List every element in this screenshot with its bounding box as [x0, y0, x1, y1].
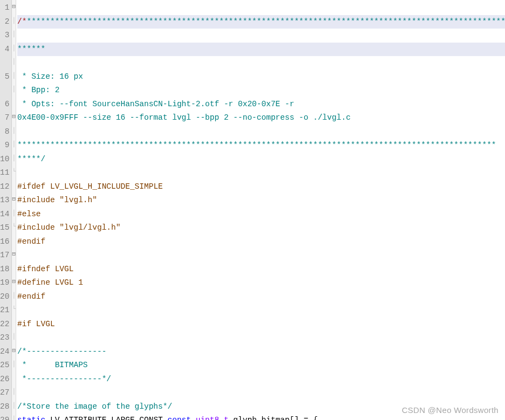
code-line: * BITMAPS — [17, 361, 88, 369]
fold-column: ⊟ │ │ │ │ │ │ ⊟ │ │ │ └ ⊟ │ └ ⊟ ⊟ │ └ │ … — [12, 0, 16, 420]
line-number[interactable]: 21 — [0, 304, 9, 318]
line-number[interactable]: 2 — [0, 15, 9, 29]
code-line — [17, 306, 22, 314]
fold-collapse-icon[interactable]: ⊟ — [12, 0, 16, 14]
code-line: *****/ — [17, 155, 45, 163]
line-number[interactable]: 8 — [0, 125, 9, 139]
code-line: #if LVGL — [17, 320, 55, 328]
line-number[interactable]: 9 — [0, 139, 9, 153]
fold-guide: │ — [12, 330, 16, 344]
fold-collapse-icon[interactable]: ⊟ — [12, 110, 16, 124]
line-number[interactable]: 12 — [0, 180, 9, 194]
code-line: #define LVGL 1 — [17, 278, 83, 287]
code-line: #include "lvgl.h" — [17, 196, 97, 204]
fold-collapse-icon[interactable]: ⊟ — [12, 247, 16, 261]
fold-guide: │ — [12, 55, 16, 69]
fold-guide — [12, 371, 16, 385]
line-number[interactable]: 20 — [0, 290, 9, 304]
fold-guide — [12, 261, 16, 276]
line-number[interactable]: 7 — [0, 111, 9, 125]
fold-guide: │ — [12, 124, 16, 138]
fold-guide: └ — [12, 220, 16, 234]
code-line: * Size: 16 px — [17, 72, 83, 81]
fold-guide — [12, 234, 16, 248]
line-number[interactable]: 15 — [0, 221, 9, 235]
fold-collapse-icon[interactable]: ⊟ — [12, 275, 16, 289]
watermark: CSDN @Neo Wordsworth — [402, 405, 499, 415]
line-number[interactable]: 16 — [0, 235, 9, 249]
fold-guide: └ — [12, 302, 16, 316]
line-number[interactable]: 25 — [0, 359, 9, 373]
line-number-gutter: 1 2 3 4 5 6 7 8 9 10 11 12 13 14 15 16 1… — [0, 0, 12, 420]
fold-guide: │ — [12, 42, 16, 56]
line-number[interactable]: 28 — [0, 400, 9, 414]
line-number[interactable]: 27 — [0, 386, 9, 400]
fold-guide: │ — [12, 69, 16, 83]
code-line: static LV_ATTRIBUTE_LARGE_CONST const ui… — [17, 416, 318, 420]
fold-guide: │ — [12, 14, 16, 28]
line-number[interactable] — [0, 56, 9, 70]
code-line: * Bpp: 2 — [17, 86, 59, 94]
line-number[interactable]: 22 — [0, 318, 9, 332]
fold-guide: │ — [12, 27, 16, 42]
fold-guide: │ — [12, 137, 16, 152]
code-line: ****** — [17, 43, 505, 57]
code-line: *----------------*/ — [17, 375, 111, 383]
line-number[interactable] — [0, 84, 9, 98]
code-line: #ifndef LVGL — [17, 265, 73, 273]
line-number[interactable]: 10 — [0, 153, 9, 167]
line-number[interactable]: 29 — [0, 414, 9, 420]
line-number[interactable]: 17 — [0, 249, 9, 263]
fold-guide: │ — [12, 385, 16, 399]
fold-guide — [12, 179, 16, 193]
code-line: * Opts: --font SourceHanSansCN-Light-2.o… — [17, 100, 299, 108]
code-line — [17, 333, 22, 342]
code-line: #ifdef LV_LVGL_H_INCLUDE_SIMPLE — [17, 182, 163, 191]
fold-guide: │ — [12, 399, 16, 413]
line-number[interactable]: 13 — [0, 194, 9, 208]
fold-guide — [12, 316, 16, 331]
line-number[interactable]: 11 — [0, 166, 9, 180]
fold-guide: │ — [12, 357, 16, 371]
fold-guide: └ — [12, 165, 16, 179]
fold-guide — [12, 97, 16, 111]
code-line: 0x4E00-0x9FFF --size 16 --format lvgl --… — [17, 113, 351, 122]
fold-collapse-icon[interactable]: ⊟ — [12, 344, 16, 358]
fold-guide: │ — [12, 206, 16, 221]
line-number[interactable]: 5 — [0, 70, 9, 84]
code-line: /***************************************… — [17, 15, 505, 29]
code-line — [17, 251, 22, 259]
fold-guide: │ — [12, 82, 16, 97]
code-line — [17, 168, 22, 177]
line-number[interactable]: 24 — [0, 345, 9, 359]
fold-collapse-icon[interactable]: ⊟ — [12, 192, 16, 206]
fold-guide: │ — [12, 412, 16, 420]
code-line: /*----------------- — [17, 347, 106, 356]
code-line: /*Store the image of the glyphs*/ — [17, 402, 172, 411]
line-number[interactable]: 4 — [0, 43, 9, 57]
fold-guide: │ — [12, 289, 16, 303]
fold-guide: │ — [12, 152, 16, 166]
code-line: ****************************************… — [17, 141, 496, 149]
code-line — [17, 127, 22, 136]
code-line: #include "lvgl/lvgl.h" — [17, 223, 120, 232]
code-line — [17, 388, 22, 397]
line-number[interactable]: 14 — [0, 208, 9, 222]
line-number[interactable]: 19 — [0, 276, 9, 290]
code-line: #else — [17, 210, 41, 218]
code-area[interactable]: /***************************************… — [16, 0, 505, 420]
code-line: #endif — [17, 237, 45, 246]
code-editor: 1 2 3 4 5 6 7 8 9 10 11 12 13 14 15 16 1… — [0, 0, 505, 420]
line-number[interactable]: 1 — [0, 1, 9, 15]
line-number[interactable]: 18 — [0, 263, 9, 277]
line-number[interactable]: 23 — [0, 331, 9, 345]
code-line: #endif — [17, 292, 45, 301]
line-number[interactable]: 3 — [0, 29, 9, 43]
line-number[interactable]: 26 — [0, 373, 9, 387]
line-number[interactable]: 6 — [0, 98, 9, 112]
